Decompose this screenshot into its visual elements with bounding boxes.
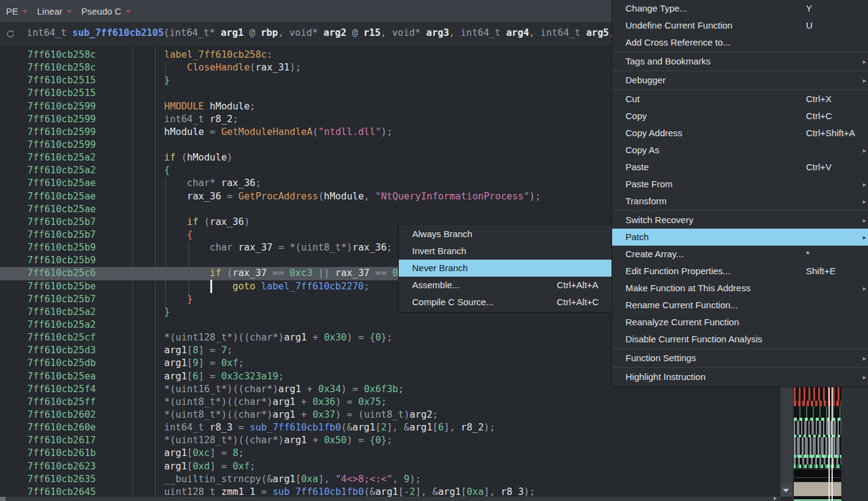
code-token: *) <box>261 396 273 407</box>
code-token: r8_3 <box>210 422 233 433</box>
address[interactable]: 7ff610cb25ae <box>27 203 96 216</box>
address[interactable]: 7ff610cb25b9 <box>27 254 96 267</box>
menu-item[interactable]: Function Settings▸ <box>612 350 868 367</box>
menu-item[interactable]: Copy As▸ <box>612 142 868 159</box>
menu-item[interactable]: CopyCtrl+C <box>612 108 868 125</box>
code-token: "ntdll.dll" <box>319 126 381 137</box>
menu-item[interactable]: Debugger▸ <box>612 72 868 89</box>
code-token: zmm1_1 <box>221 486 255 497</box>
address[interactable]: 7ff610cb2599 <box>27 100 96 113</box>
menu-item-label: Never Branch <box>412 263 468 273</box>
address[interactable]: 7ff610cb2515 <box>27 74 96 87</box>
reanalyze-icon[interactable] <box>5 29 15 41</box>
address[interactable]: 7ff610cb25a2 <box>27 319 96 331</box>
code-token: ( <box>204 216 210 227</box>
menu-item[interactable]: Compile C Source...Ctrl+Alt+C <box>399 294 611 311</box>
code-line[interactable]: 7ff610cb2623arg1[0xd] = 0xf; <box>0 460 780 473</box>
menu-item[interactable]: Invert Branch <box>399 243 611 260</box>
address[interactable]: 7ff610cb25cf <box>27 331 96 344</box>
language-dropdown[interactable]: Pseudo C <box>81 6 131 16</box>
menu-item[interactable]: Tags and Bookmarks▸ <box>612 53 868 70</box>
code-token: int64_t <box>164 114 210 125</box>
address[interactable]: 7ff610cb2623 <box>27 460 96 473</box>
code-token: hModule <box>210 101 250 112</box>
address[interactable]: 7ff610cb25ff <box>27 396 96 409</box>
menu-item[interactable]: CutCtrl+X <box>612 91 868 108</box>
address[interactable]: 7ff610cb25be <box>27 280 96 293</box>
binary-overview-minimap[interactable] <box>794 377 841 501</box>
code-token: *)(( <box>216 396 239 407</box>
code-line[interactable]: 7ff610cb2617*(uint128_t*)((char*)arg1 + … <box>0 434 780 447</box>
code-token: arg1 <box>164 447 187 458</box>
address[interactable]: 7ff610cb25a2 <box>27 164 96 177</box>
menu-item[interactable]: Patch▸ <box>612 229 868 246</box>
arrow-right-icon[interactable] <box>774 497 777 500</box>
horizontal-scroll-thumb[interactable] <box>0 497 5 501</box>
menu-item[interactable]: Never Branch <box>399 260 611 277</box>
menu-item[interactable]: Add Cross Reference to... <box>612 34 868 51</box>
code-line[interactable]: 7ff610cb2602*(uint8_t*)((char*)arg1 + 0x… <box>0 409 780 421</box>
address[interactable]: 7ff610cb25c6 <box>27 267 96 280</box>
layout-dropdown[interactable]: Linear <box>37 6 72 16</box>
address[interactable]: 7ff610cb261b <box>27 447 96 460</box>
code-token: ); <box>529 191 541 202</box>
address[interactable]: 7ff610cb25b9 <box>27 241 96 254</box>
code-token: == <box>370 268 393 278</box>
function-signature[interactable]: int64_t sub_7ff610cb2105(int64_t* arg1 @… <box>27 27 615 38</box>
code-token: = <box>233 422 250 433</box>
address[interactable]: 7ff610cb2599 <box>27 113 96 126</box>
code-token: "4<>8;<:<" <box>336 474 393 485</box>
address[interactable]: 7ff610cb25a2 <box>27 151 96 164</box>
menu-item[interactable]: Undefine Current FunctionU <box>612 17 868 34</box>
address[interactable]: 7ff610cb25b7 <box>27 293 96 306</box>
address[interactable]: 7ff610cb258c <box>27 61 96 74</box>
menu-item[interactable]: Switch Recovery▸ <box>612 212 868 229</box>
address[interactable]: 7ff610cb25ae <box>27 177 96 190</box>
code-line[interactable]: 7ff610cb2635__builtin_strncpy(&arg1[0xa]… <box>0 473 780 486</box>
address[interactable]: 7ff610cb2599 <box>27 139 96 151</box>
address[interactable]: 7ff610cb2635 <box>27 473 96 486</box>
menu-item[interactable]: Make Function at This Address▸ <box>612 280 868 297</box>
address[interactable]: 7ff610cb25db <box>27 357 96 370</box>
address[interactable]: 7ff610cb25ea <box>27 370 96 383</box>
menu-item[interactable]: Create Array...* <box>612 246 868 263</box>
code-line[interactable]: 7ff610cb261barg1[0xc] = 8; <box>0 447 780 460</box>
address[interactable]: 7ff610cb25b7 <box>27 216 96 229</box>
horizontal-scrollbar[interactable] <box>0 497 780 501</box>
menu-item-shortcut: Ctrl+Alt+A <box>557 277 598 294</box>
menu-item[interactable]: Transform▸ <box>612 193 868 210</box>
address[interactable]: 7ff610cb2602 <box>27 409 96 421</box>
menu-item[interactable]: Change Type...Y <box>612 0 868 17</box>
address[interactable]: 7ff610cb258c <box>27 49 96 61</box>
code-token: = <box>255 486 272 497</box>
address[interactable]: 7ff610cb2515 <box>27 87 96 100</box>
menu-item[interactable]: PasteCtrl+V <box>612 159 868 176</box>
code-line[interactable]: 7ff610cb25ff*(uint8_t*)((char*)arg1 + 0x… <box>0 396 780 409</box>
menu-item[interactable]: Always Branch <box>399 226 611 243</box>
address[interactable]: 7ff610cb25ae <box>27 190 96 203</box>
scroll-down-button[interactable] <box>780 485 792 497</box>
code-token: 2 <box>381 422 387 433</box>
menu-item[interactable]: Highlight Instruction▸ <box>612 368 868 385</box>
menu-item[interactable]: Edit Function Properties...Shift+E <box>612 263 868 280</box>
minimap-band <box>794 401 841 406</box>
menu-item[interactable]: Copy AddressCtrl+Shift+A <box>612 125 868 142</box>
address[interactable]: 7ff610cb25b7 <box>27 229 96 241</box>
binary-view-dropdown[interactable]: PE <box>6 6 27 16</box>
menu-item[interactable]: Reanalyze Current Function <box>612 314 868 331</box>
menu-item[interactable]: Rename Current Function... <box>612 297 868 314</box>
menu-item[interactable]: Disable Current Function Analysis <box>612 331 868 348</box>
address[interactable]: 7ff610cb25a2 <box>27 306 96 319</box>
menu-item-label: Edit Function Properties... <box>625 266 731 276</box>
address[interactable]: 7ff610cb260e <box>27 421 96 434</box>
address[interactable]: 7ff610cb25f4 <box>27 383 96 396</box>
address[interactable]: 7ff610cb2617 <box>27 434 96 447</box>
address[interactable]: 7ff610cb2599 <box>27 126 96 139</box>
chevron-down-icon <box>126 10 131 13</box>
menu-item[interactable]: Assemble...Ctrl+Alt+A <box>399 277 611 294</box>
code-token: uint8_t <box>301 242 341 253</box>
menu-item[interactable]: Paste From▸ <box>612 176 868 193</box>
code-line[interactable]: 7ff610cb260eint64_t r8_3 = sub_7ff610cb1… <box>0 421 780 434</box>
code-token: uint128_t <box>176 332 227 343</box>
address[interactable]: 7ff610cb25d3 <box>27 344 96 357</box>
